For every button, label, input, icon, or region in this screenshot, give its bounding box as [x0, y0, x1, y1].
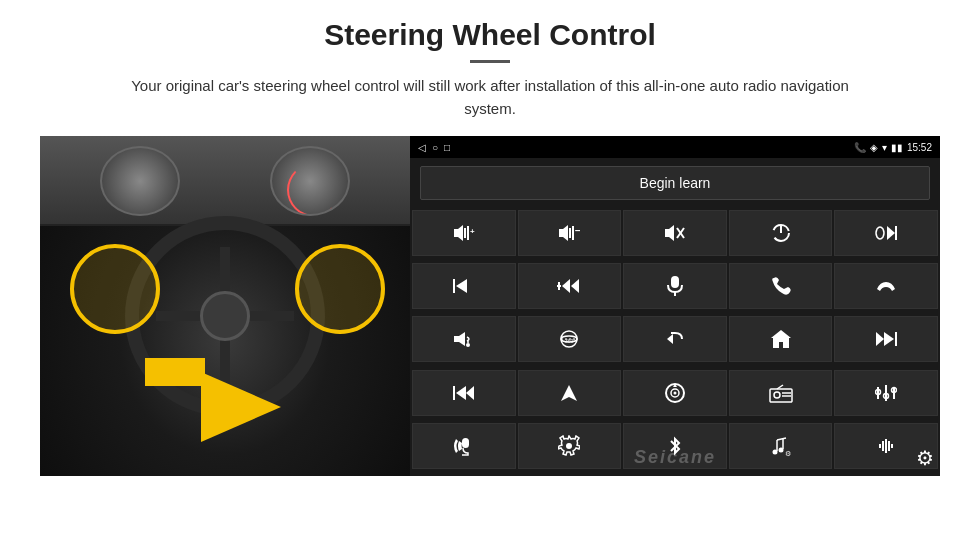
svg-marker-23	[454, 332, 465, 346]
360-btn[interactable]: 360°	[518, 316, 622, 362]
android-statusbar: ◁ ○ □ 📞 ◈ ▾ ▮▮ 15:52	[410, 136, 940, 158]
svg-text:360°: 360°	[565, 338, 575, 344]
next-track-btn[interactable]	[412, 263, 516, 309]
svg-point-60	[778, 447, 783, 452]
title-divider	[470, 60, 510, 63]
svg-marker-0	[454, 225, 463, 241]
call-prev-btn[interactable]	[834, 210, 938, 256]
svg-marker-31	[771, 330, 791, 348]
svg-marker-37	[466, 386, 474, 400]
android-panel: ◁ ○ □ 📞 ◈ ▾ ▮▮ 15:52 Begin learn	[410, 136, 940, 476]
source-btn[interactable]	[623, 370, 727, 416]
svg-text:⚙: ⚙	[785, 450, 791, 457]
page-container: Steering Wheel Control Your original car…	[0, 0, 980, 548]
rewind-btn[interactable]	[834, 316, 938, 362]
location-icon: ◈	[870, 142, 878, 153]
svg-marker-38	[561, 385, 577, 401]
music-btn[interactable]: ⚙	[729, 423, 833, 469]
gauge-left	[100, 146, 180, 216]
control-icon-grid: + −	[410, 208, 940, 476]
home-btn[interactable]	[729, 316, 833, 362]
arrow-tail	[145, 358, 205, 386]
svg-marker-19	[562, 279, 570, 293]
phone-icon: 📞	[854, 142, 866, 153]
mic-btn[interactable]	[623, 263, 727, 309]
begin-learn-button[interactable]: Begin learn	[420, 166, 930, 200]
svg-marker-30	[667, 334, 673, 344]
page-title: Steering Wheel Control	[324, 18, 656, 52]
ff-btn[interactable]	[412, 370, 516, 416]
svg-point-55	[566, 443, 572, 449]
svg-marker-4	[559, 225, 568, 241]
radio-btn[interactable]	[729, 370, 833, 416]
bluetooth-btn[interactable]	[623, 423, 727, 469]
svg-rect-54	[462, 438, 469, 448]
clock: 15:52	[907, 142, 932, 153]
svg-point-41	[673, 391, 676, 394]
call-btn[interactable]	[729, 263, 833, 309]
arrow-head	[201, 372, 281, 442]
mute-btn[interactable]	[623, 210, 727, 256]
left-image-panel	[40, 136, 410, 476]
home-nav-icon[interactable]: ○	[432, 142, 438, 153]
svg-line-58	[777, 438, 786, 440]
horn-btn[interactable]	[412, 316, 516, 362]
svg-text:+: +	[470, 227, 475, 236]
svg-point-44	[774, 392, 780, 398]
settings2-btn[interactable]	[518, 423, 622, 469]
svg-marker-36	[456, 386, 466, 400]
svg-text:−: −	[575, 225, 580, 236]
steering-wheel-center	[200, 291, 250, 341]
vol-up-btn[interactable]: +	[412, 210, 516, 256]
arrow-container	[201, 372, 281, 446]
steering-background	[40, 136, 410, 476]
svg-point-24	[466, 343, 470, 347]
vol-down-btn[interactable]: −	[518, 210, 622, 256]
voice-btn[interactable]	[412, 423, 516, 469]
highlight-left	[70, 244, 160, 334]
svg-marker-34	[876, 332, 884, 346]
svg-marker-20	[571, 279, 579, 293]
gauge-right	[270, 146, 350, 216]
power-btn[interactable]	[729, 210, 833, 256]
battery-icon: ▮▮	[891, 142, 903, 153]
content-row: ◁ ○ □ 📞 ◈ ▾ ▮▮ 15:52 Begin learn	[40, 136, 940, 476]
navigate-btn[interactable]	[518, 370, 622, 416]
svg-marker-13	[887, 226, 895, 240]
recents-nav-icon[interactable]: □	[444, 142, 450, 153]
learn-button-row: Begin learn	[410, 158, 940, 208]
svg-marker-33	[884, 332, 894, 346]
statusbar-status-icons: 📞 ◈ ▾ ▮▮ 15:52	[854, 142, 932, 153]
seek-btn[interactable]	[518, 263, 622, 309]
wifi-icon: ▾	[882, 142, 887, 153]
svg-marker-8	[665, 225, 674, 241]
dashboard	[40, 136, 410, 226]
svg-point-59	[772, 449, 777, 454]
svg-rect-21	[671, 276, 679, 288]
back-btn[interactable]	[623, 316, 727, 362]
eq-btn[interactable]	[834, 370, 938, 416]
hangup-btn[interactable]	[834, 263, 938, 309]
highlight-right	[295, 244, 385, 334]
gear-settings-icon[interactable]: ⚙	[916, 446, 934, 470]
statusbar-nav-icons: ◁ ○ □	[418, 142, 450, 153]
page-subtitle: Your original car's steering wheel contr…	[110, 75, 870, 120]
svg-marker-16	[456, 279, 467, 293]
back-nav-icon[interactable]: ◁	[418, 142, 426, 153]
